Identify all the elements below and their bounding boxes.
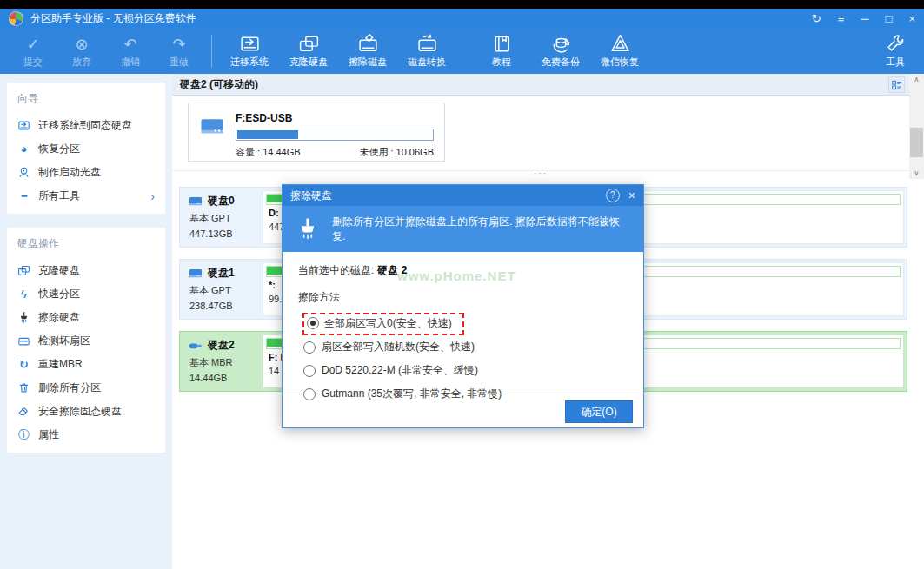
radio-dod[interactable]	[303, 365, 316, 377]
sidebar-item-rebuild-mbr[interactable]: ↻ 重建MBR	[16, 353, 156, 376]
sidebar-item-recover-partition[interactable]: ◕ 恢复分区	[16, 137, 156, 161]
ok-button[interactable]: 确定(O)	[565, 400, 633, 423]
refresh-icon[interactable]: ↻	[812, 13, 821, 24]
dialog-description-band: 删除所有分区并擦除磁盘上的所有扇区. 擦除后数据将不能被恢复.	[283, 206, 643, 252]
redo-button[interactable]: ↷ 重做	[155, 29, 203, 69]
tools-label: 工具	[886, 56, 905, 69]
help-icon[interactable]: ?	[606, 189, 620, 202]
undo-button[interactable]: ↶ 撤销	[106, 29, 155, 69]
panel-splitter[interactable]: ···	[172, 170, 909, 179]
volume-usage-bar	[236, 129, 434, 141]
scroll-up-arrow[interactable]: ∧	[909, 74, 924, 85]
tutorial-label: 教程	[492, 56, 511, 69]
maximize-icon[interactable]: □	[886, 13, 893, 24]
undo-label: 撤销	[121, 56, 140, 69]
sidebar: 向导 迁移系统到固态硬盘 ◕ 恢复分区 制作启动光盘 ••• 所有工具 › 硬盘…	[0, 74, 172, 569]
sidebar-item-migrate-os-to-ssd[interactable]: 迁移系统到固态硬盘	[16, 114, 156, 137]
bad-sector-icon	[17, 334, 30, 347]
tutorial-button[interactable]: 教程	[472, 29, 531, 69]
convert-disk-button[interactable]: 磁盘转换	[397, 29, 456, 69]
scroll-down-arrow[interactable]: ∨	[909, 168, 924, 179]
rebuild-icon: ↻	[17, 358, 30, 371]
disk-operations-card: 硬盘操作 克隆硬盘 ϟ 快速分区 擦除硬盘 检测坏扇区 ↻ 重建MBR 删除所有…	[7, 228, 165, 453]
clone-disk-button[interactable]: 克隆硬盘	[279, 29, 338, 69]
wipe-option-row[interactable]: 扇区全部写入随机数(安全、快速)	[298, 335, 629, 359]
undo-icon: ↶	[123, 32, 136, 56]
view-mode-button[interactable]	[888, 76, 905, 93]
volume-overview-card[interactable]: F:ESD-USB 容量 : 14.44GB 未使用 : 10.06GB	[188, 103, 445, 162]
hdd-icon	[188, 268, 203, 280]
sidebar-item-label: 检测坏扇区	[38, 334, 90, 348]
watermark-text: www.pHome.NET	[397, 268, 516, 283]
sidebar-item-clone-disk[interactable]: 克隆硬盘	[16, 259, 156, 282]
migrate-os-button[interactable]: 迁移系统	[220, 29, 279, 69]
trash-icon	[17, 381, 30, 394]
wechat-recovery-label: 微信恢复	[601, 56, 639, 69]
disk-type: 基本 MBR	[188, 356, 263, 369]
sidebar-item-all-tools[interactable]: ••• 所有工具 ›	[16, 184, 156, 208]
wipe-disk-icon	[357, 32, 379, 56]
sidebar-item-label: 克隆硬盘	[38, 263, 80, 278]
sidebar-item-label: 快速分区	[38, 287, 80, 301]
sidebar-item-delete-all-partitions[interactable]: 删除所有分区	[16, 376, 156, 400]
wipe-option-row[interactable]: DoD 5220.22-M (非常安全、缓慢)	[298, 359, 629, 382]
dialog-title: 擦除硬盘	[290, 189, 332, 203]
ellipsis-icon: •••	[17, 192, 30, 201]
sidebar-item-secure-erase-ssd[interactable]: 安全擦除固态硬盘	[16, 400, 156, 423]
sidebar-item-check-bad-sectors[interactable]: 检测坏扇区	[16, 329, 156, 353]
disk-operations-section-title: 硬盘操作	[17, 236, 156, 251]
discard-icon: ⊗	[75, 32, 88, 56]
migrate-os-label: 迁移系统	[230, 56, 269, 69]
minimize-icon[interactable]: ─	[861, 13, 868, 24]
wipe-disk-label: 擦除磁盘	[349, 56, 387, 69]
wechat-recovery-button[interactable]: 微信恢复	[590, 29, 649, 69]
check-icon: ✓	[26, 32, 39, 56]
close-icon[interactable]: ×	[908, 13, 915, 24]
highlighted-option-box[interactable]: 全部扇区写入0(安全、快速)	[302, 313, 464, 335]
sidebar-item-make-bootable-media[interactable]: 制作启动光盘	[16, 161, 156, 184]
sidebar-item-quick-partition[interactable]: ϟ 快速分区	[16, 282, 156, 306]
dialog-close-icon[interactable]: ×	[628, 189, 635, 202]
tools-button[interactable]: 工具	[872, 29, 919, 69]
radio-random-data[interactable]	[303, 341, 316, 354]
sidebar-item-label: 迁移系统到固态硬盘	[38, 118, 132, 133]
sidebar-item-wipe-disk[interactable]: 擦除硬盘	[16, 306, 156, 329]
migrate-os-icon	[17, 119, 30, 132]
option-label: DoD 5220.22-M (非常安全、缓慢)	[322, 363, 478, 378]
volume-name: F:ESD-USB	[236, 112, 434, 124]
commit-button[interactable]: ✓ 提交	[9, 29, 57, 69]
wipe-option-row: 全部扇区写入0(安全、快速)	[298, 312, 629, 335]
sidebar-item-label: 属性	[38, 427, 59, 442]
free-backup-label: 免费备份	[542, 56, 580, 69]
discard-button[interactable]: ⊗ 放弃	[57, 29, 106, 69]
radio-fill-zero[interactable]	[307, 317, 319, 329]
menu-icon[interactable]: ≡	[838, 13, 845, 24]
volume-usage-fill	[237, 130, 298, 139]
overview-scrollbar[interactable]: ∧ ∨	[909, 74, 924, 179]
scrollbar-thumb[interactable]	[910, 128, 923, 157]
redo-label: 重做	[170, 56, 189, 69]
window-title: 分区助手专业版 - 无损分区免费软件	[30, 11, 196, 26]
disk-size: 14.44GB	[188, 373, 263, 383]
partition-label: D:	[269, 208, 279, 218]
clone-disk-label: 克隆硬盘	[289, 56, 328, 69]
usb-drive-icon	[188, 340, 203, 352]
migrate-os-icon	[239, 32, 261, 56]
screen-top-strip	[0, 0, 924, 9]
bootable-disc-icon	[17, 166, 30, 179]
brush-icon	[17, 311, 30, 324]
disk-name: 硬盘0	[208, 194, 235, 208]
convert-disk-icon	[416, 32, 438, 56]
volume-capacity: 容量 : 14.44GB	[236, 146, 301, 159]
sidebar-item-properties[interactable]: ⓘ 属性	[16, 423, 156, 447]
info-icon: ⓘ	[17, 427, 30, 443]
wipe-disk-button[interactable]: 擦除磁盘	[338, 29, 397, 69]
discard-label: 放弃	[72, 56, 91, 69]
dialog-footer: 确定(O)	[283, 394, 643, 427]
wipe-disk-dialog: 擦除硬盘 ? × 删除所有分区并擦除磁盘上的所有扇区. 擦除后数据将不能被恢复.…	[282, 184, 644, 428]
sidebar-item-label: 删除所有分区	[38, 380, 101, 395]
hdd-icon	[199, 116, 225, 138]
disk-type: 基本 GPT	[188, 284, 263, 297]
free-backup-button[interactable]: 免费备份	[531, 29, 590, 69]
selected-disk-label: 当前选中的磁盘:	[298, 264, 374, 276]
